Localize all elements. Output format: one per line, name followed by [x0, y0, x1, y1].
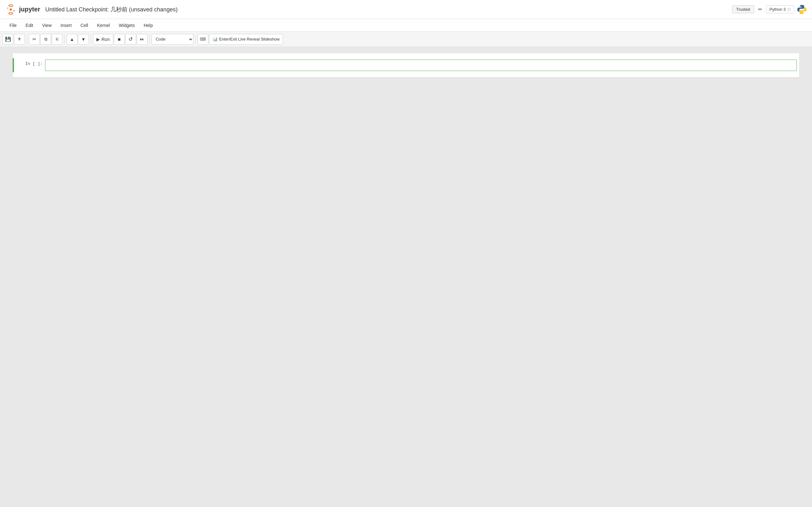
paste-icon: ⎗ [56, 37, 58, 42]
svg-point-5 [800, 6, 801, 7]
keyboard-icon: ⌨ [200, 37, 206, 42]
paste-cell-button[interactable]: ⎗ [52, 34, 62, 45]
menu-item-edit[interactable]: Edit [21, 20, 38, 31]
kernel-status-circle [788, 8, 791, 11]
svg-point-1 [9, 12, 13, 14]
copy-cell-button[interactable]: ⧉ [40, 34, 51, 45]
restart-kernel-button[interactable]: ↺ [125, 34, 136, 45]
menu-item-help[interactable]: Help [139, 20, 157, 31]
cell-prompt-0: In [ ]: [16, 60, 45, 66]
move-cell-up-button[interactable]: ▲ [67, 34, 78, 45]
notebook-container: In [ ]: [13, 53, 799, 77]
save-button[interactable]: 💾 [3, 34, 13, 45]
jupyter-logo-icon [5, 4, 16, 15]
toolbar-separator-3 [91, 35, 91, 44]
toolbar-separator-1 [27, 35, 27, 44]
menu-item-cell[interactable]: Cell [76, 20, 93, 31]
slideshow-button[interactable]: 📊 Enter/Exit Live Reveal Slideshow [209, 34, 283, 45]
header-right-area: Trusted ✏ Python 3 [732, 4, 807, 14]
move-cell-down-button[interactable]: ▼ [78, 34, 89, 45]
kernel-indicator: Python 3 [766, 5, 794, 13]
menu-bar: File Edit View Insert Cell Kernel Widget… [0, 19, 812, 32]
restart-run-all-button[interactable]: ⏭ [137, 34, 148, 45]
cell-0: In [ ]: [13, 58, 799, 72]
toolbar-separator-5 [195, 35, 196, 44]
cell-type-dropdown[interactable]: Code Markdown Raw NBConvert Heading [152, 34, 194, 45]
menu-item-file[interactable]: File [5, 20, 21, 31]
edit-notebook-button[interactable]: ✏ [757, 5, 763, 14]
svg-point-6 [803, 12, 804, 13]
arrow-down-icon: ▼ [81, 37, 86, 42]
notebook-title: Untitled Last Checkpoint: 几秒前 (unsaved c… [45, 6, 727, 13]
restart-icon: ↺ [129, 36, 133, 42]
cut-cell-button[interactable]: ✂ [29, 34, 40, 45]
cell-input-0[interactable] [45, 60, 797, 71]
add-cell-button[interactable]: + [14, 34, 25, 45]
run-icon: ▶ [96, 37, 100, 42]
chart-bar-icon: 📊 [212, 37, 217, 42]
menu-item-view[interactable]: View [38, 20, 56, 31]
slideshow-label: Enter/Exit Live Reveal Slideshow [219, 37, 280, 42]
pencil-icon: ✏ [758, 7, 762, 12]
jupyter-brand-text: jupyter [19, 6, 40, 13]
kernel-label: Python 3 [769, 7, 786, 12]
svg-point-0 [9, 4, 13, 6]
menu-item-widgets[interactable]: Widgets [114, 20, 139, 31]
toolbar-separator-4 [149, 35, 150, 44]
stop-icon: ■ [118, 37, 120, 42]
trusted-button[interactable]: Trusted [732, 5, 754, 13]
notebook-area: In [ ]: [0, 47, 812, 507]
keyboard-shortcuts-button[interactable]: ⌨ [198, 34, 208, 45]
python-logo-icon [797, 4, 807, 14]
jupyter-logo-area: jupyter [5, 4, 40, 15]
interrupt-kernel-button[interactable]: ■ [114, 34, 125, 45]
svg-point-2 [9, 8, 12, 10]
cut-icon: ✂ [32, 37, 37, 42]
toolbar: 💾 + ✂ ⧉ ⎗ ▲ ▼ ▶ Run ■ ↺ ⏭ [0, 32, 812, 47]
svg-point-4 [13, 10, 14, 11]
run-cell-button[interactable]: ▶ Run [93, 34, 113, 45]
menu-item-insert[interactable]: Insert [56, 20, 76, 31]
notebook-header: jupyter Untitled Last Checkpoint: 几秒前 (u… [0, 0, 812, 19]
plus-icon: + [17, 36, 21, 43]
toolbar-separator-2 [64, 35, 65, 44]
menu-item-kernel[interactable]: Kernel [93, 20, 114, 31]
svg-point-3 [7, 7, 8, 9]
copy-icon: ⧉ [44, 37, 47, 42]
fast-forward-icon: ⏭ [140, 37, 144, 42]
save-icon: 💾 [5, 37, 11, 42]
arrow-up-icon: ▲ [70, 37, 74, 42]
run-label: Run [101, 37, 110, 42]
